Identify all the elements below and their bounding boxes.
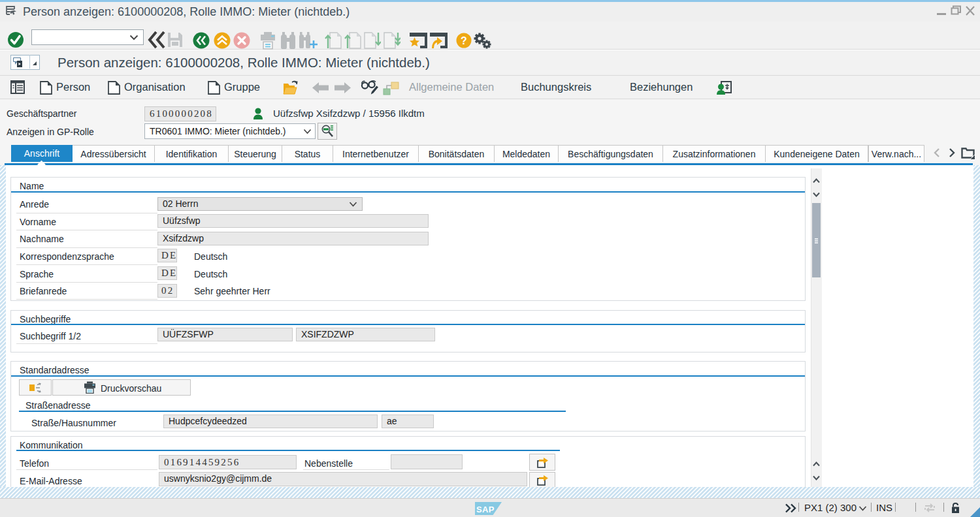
svg-text:?: ? xyxy=(461,35,467,46)
svg-text:SAP: SAP xyxy=(476,505,495,514)
